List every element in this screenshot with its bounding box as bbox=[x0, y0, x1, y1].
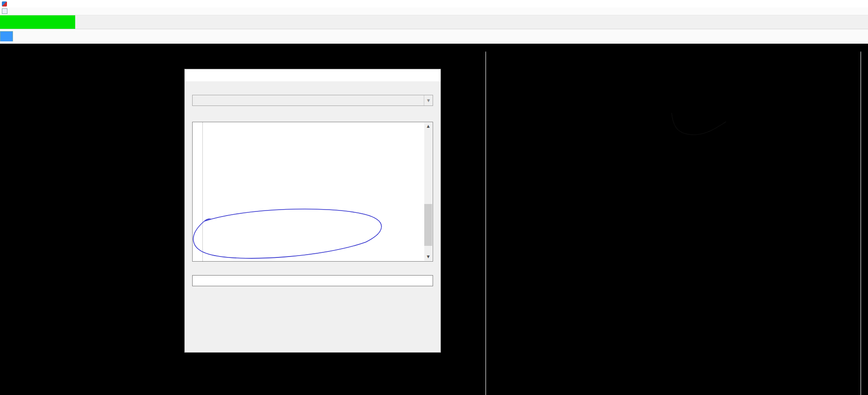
instance-dropdown: ▼ bbox=[192, 95, 433, 106]
sierra-chart-window: ▼ ▲ ▼ bbox=[0, 0, 868, 395]
session-divider-line bbox=[486, 52, 486, 395]
price-scale-axis-line bbox=[861, 52, 861, 395]
selected-symbol-input[interactable] bbox=[192, 275, 433, 286]
toolbar-status-field bbox=[0, 15, 75, 29]
symbols-listbox[interactable]: ▲ ▼ bbox=[192, 122, 433, 262]
chart-status-line bbox=[0, 44, 868, 52]
listbox-scrollbar[interactable]: ▲ ▼ bbox=[424, 123, 432, 261]
chart-window-icon bbox=[2, 8, 7, 14]
app-icon bbox=[2, 1, 7, 7]
tree-rail-line bbox=[202, 122, 203, 261]
find-symbol-dialog: ▼ ▲ ▼ bbox=[184, 69, 441, 353]
chevron-down-icon: ▼ bbox=[424, 95, 433, 105]
toolbar bbox=[0, 15, 868, 29]
tab-chartbook2[interactable] bbox=[0, 31, 13, 41]
scroll-down-icon[interactable]: ▼ bbox=[424, 253, 432, 261]
menu-bar bbox=[0, 7, 868, 15]
dialog-title-bar[interactable] bbox=[185, 69, 440, 81]
scroll-up-icon[interactable]: ▲ bbox=[424, 123, 432, 130]
scrollbar-thumb[interactable] bbox=[424, 204, 432, 246]
chartbook-tab-bar bbox=[0, 29, 868, 44]
title-bar bbox=[0, 0, 868, 7]
